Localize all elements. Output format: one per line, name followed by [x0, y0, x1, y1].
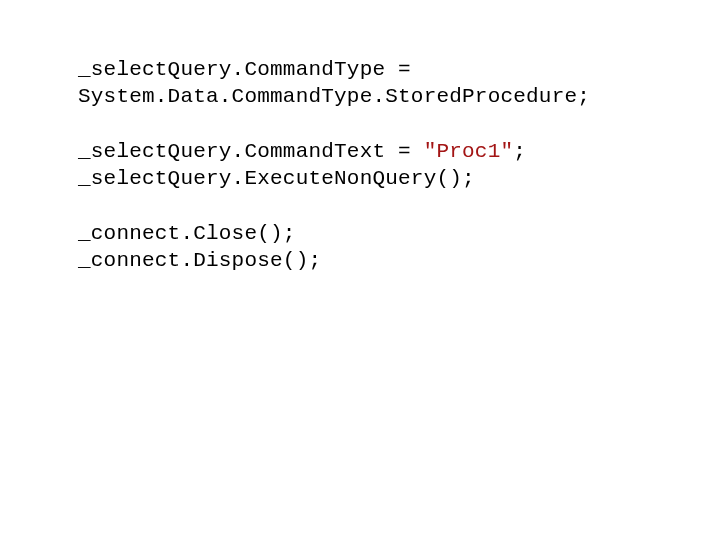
code-line: _connect.Dispose();: [78, 247, 720, 274]
code-text: ;: [513, 140, 526, 163]
code-text: _selectQuery.CommandText =: [78, 140, 424, 163]
code-line: _selectQuery.CommandText = "Proc1";: [78, 138, 720, 165]
code-line: _selectQuery.CommandType =: [78, 56, 720, 83]
code-line: [78, 111, 720, 138]
code-line: _connect.Close();: [78, 220, 720, 247]
code-block: _selectQuery.CommandType = System.Data.C…: [78, 56, 720, 274]
code-line: [78, 192, 720, 219]
code-line: System.Data.CommandType.StoredProcedure;: [78, 83, 720, 110]
code-line: _selectQuery.ExecuteNonQuery();: [78, 165, 720, 192]
string-literal: "Proc1": [424, 140, 514, 163]
